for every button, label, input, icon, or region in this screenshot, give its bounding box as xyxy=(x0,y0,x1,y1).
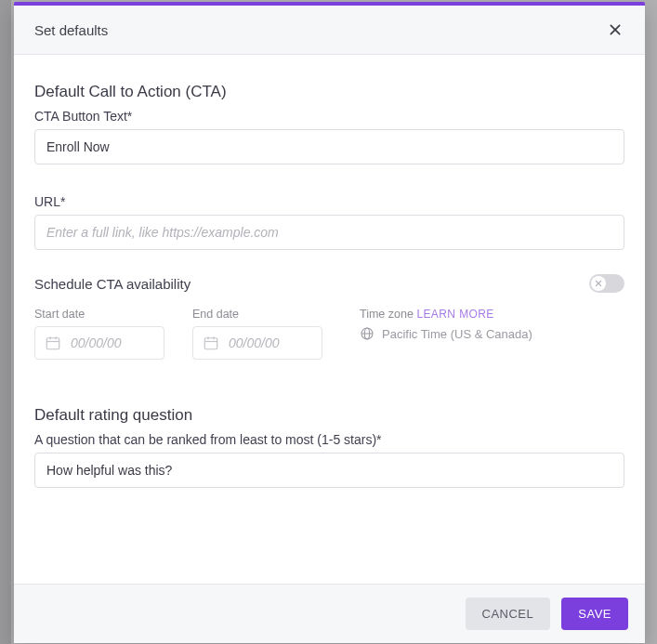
close-icon xyxy=(608,22,623,37)
end-date-input[interactable]: 00/00/00 xyxy=(192,326,322,360)
start-date-label: Start date xyxy=(34,308,164,321)
end-date-label: End date xyxy=(192,308,322,321)
set-defaults-modal: Set defaults Default Call to Action (CTA… xyxy=(14,2,645,643)
calendar-icon xyxy=(203,335,219,351)
cta-url-label: URL* xyxy=(34,194,624,209)
learn-more-link[interactable]: LEARN MORE xyxy=(416,308,493,321)
timezone-value: Pacific Time (US & Canada) xyxy=(382,327,532,341)
toggle-knob xyxy=(591,276,606,291)
modal-title: Set defaults xyxy=(34,22,108,38)
close-button[interactable] xyxy=(606,20,624,39)
rating-question-input[interactable] xyxy=(34,453,624,488)
modal-header: Set defaults xyxy=(14,6,645,55)
cta-button-text-input[interactable] xyxy=(34,129,624,164)
rating-sublabel: A question that can be ranked from least… xyxy=(34,432,624,447)
start-date-placeholder: 00/00/00 xyxy=(71,335,122,350)
schedule-toggle[interactable] xyxy=(589,274,624,293)
save-button[interactable]: SAVE xyxy=(561,598,628,630)
cta-section-title: Default Call to Action (CTA) xyxy=(34,83,624,101)
svg-rect-4 xyxy=(46,338,59,349)
globe-icon xyxy=(360,326,374,341)
modal-footer: CANCEL SAVE xyxy=(14,584,645,643)
toggle-off-icon xyxy=(594,279,603,288)
svg-rect-8 xyxy=(204,338,217,349)
cancel-button[interactable]: CANCEL xyxy=(466,598,551,630)
end-date-placeholder: 00/00/00 xyxy=(229,335,280,350)
modal-body: Default Call to Action (CTA) CTA Button … xyxy=(14,55,645,584)
timezone-label: Time zone xyxy=(360,308,414,321)
rating-section-title: Default rating question xyxy=(34,406,624,425)
calendar-icon xyxy=(45,335,61,351)
start-date-input[interactable]: 00/00/00 xyxy=(34,326,164,360)
cta-url-input[interactable] xyxy=(34,215,624,250)
schedule-label: Schedule CTA availability xyxy=(34,276,191,292)
cta-button-text-label: CTA Button Text* xyxy=(34,109,624,124)
